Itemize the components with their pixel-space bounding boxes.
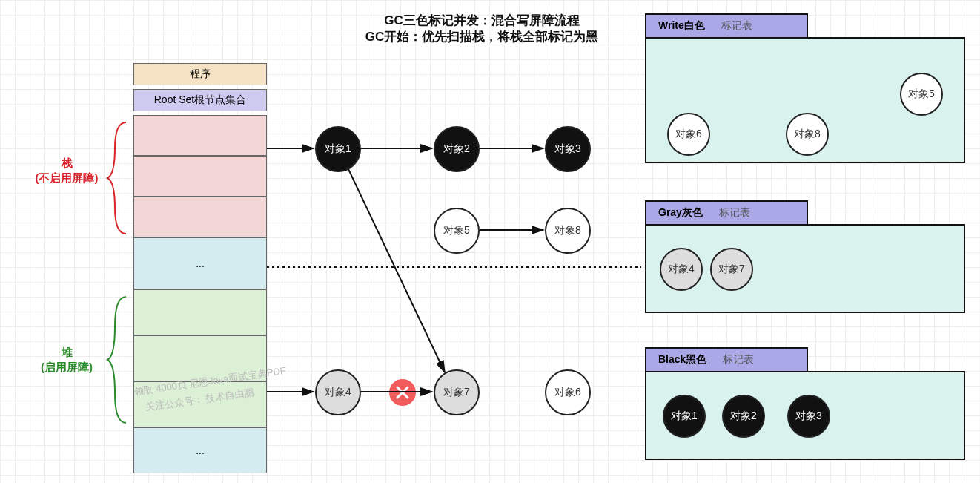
gap-cell: ... [133,237,267,289]
stack-cell-1 [133,115,267,156]
node-obj4: 对象4 [315,369,361,415]
black-table-box: 对象1 对象2 对象3 [645,371,965,460]
gray-item-2: 对象7 [710,248,753,291]
diagram-title-line2: GC开始：优先扫描栈，将栈全部标记为黑 [319,28,645,45]
cross-icon [389,379,416,406]
gray-table-header: Gray灰色 标记表 [645,200,808,226]
white-item-1: 对象6 [667,113,710,156]
heap-label: 堆 (启用屏障) [22,345,111,374]
white-item-3: 对象5 [900,73,943,116]
stack-cell-3 [133,197,267,237]
black-table-subtitle: 标记表 [723,353,754,367]
black-table-title: Black黑色 [658,353,706,367]
white-table-title: Write白色 [658,19,705,33]
svg-line-4 [348,169,445,372]
stack-label-line1: 栈 [62,157,73,169]
node-obj3: 对象3 [545,126,591,172]
rootset-header: Root Set根节点集合 [133,89,267,111]
node-obj1: 对象1 [315,126,361,172]
stack-label: 栈 (不启用屏障) [22,156,111,185]
gray-table-box: 对象4 对象7 [645,224,965,313]
black-item-1: 对象1 [663,395,706,438]
node-obj6: 对象6 [545,369,591,415]
gray-table-subtitle: 标记表 [719,206,750,220]
black-table-header: Black黑色 标记表 [645,347,808,372]
node-obj8: 对象8 [545,208,591,254]
stack-cell-2 [133,156,267,197]
node-obj5: 对象5 [434,208,480,254]
black-item-3: 对象3 [787,395,830,438]
gray-item-1: 对象4 [660,248,703,291]
white-item-2: 对象8 [786,113,829,156]
node-obj7: 对象7 [434,369,480,415]
white-table-header: Write白色 标记表 [645,13,808,39]
heap-label-line1: 堆 [62,346,73,358]
white-table-box: 对象6 对象8 对象5 [645,37,965,163]
stack-brace-icon [104,119,133,237]
heap-dots-cell: ... [133,427,267,473]
white-table-subtitle: 标记表 [721,19,752,33]
heap-label-line2: (启用屏障) [41,361,93,373]
black-item-2: 对象2 [722,395,765,438]
heap-brace-icon [104,293,133,427]
heap-cell-1 [133,289,267,335]
program-header: 程序 [133,63,267,85]
gray-table-title: Gray灰色 [658,206,703,220]
diagram-title-line1: GC三色标记并发：混合写屏障流程 [319,12,645,29]
node-obj2: 对象2 [434,126,480,172]
stack-label-line2: (不启用屏障) [36,171,99,184]
